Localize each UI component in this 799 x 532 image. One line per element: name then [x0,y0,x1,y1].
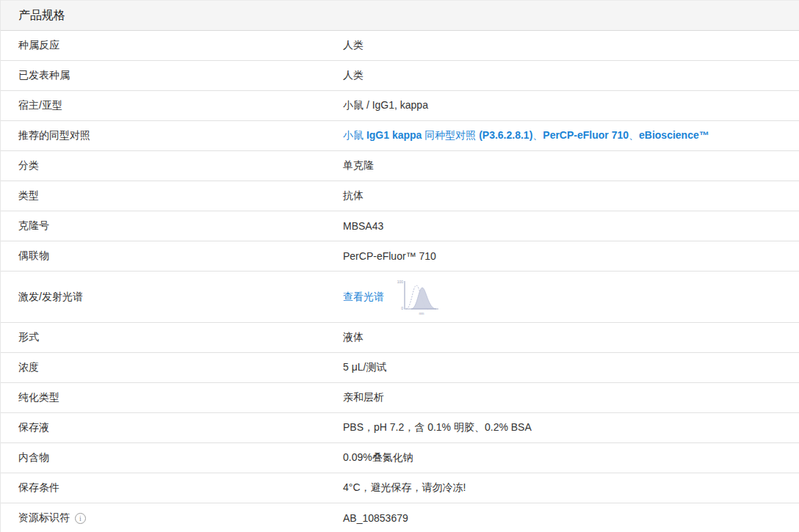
row-value-text: 人类 [343,69,364,81]
row-value-text: MBSA43 [343,220,383,232]
row-label: 保存条件 [1,481,343,495]
row-value-text: 4°C，避光保存，请勿冷冻! [343,481,466,493]
spec-row-storage-buffer: 保存液PBS，pH 7.2，含 0.1% 明胶、0.2% BSA [1,413,799,443]
row-value: 人类 [343,39,799,52]
row-value: 亲和层析 [343,391,799,404]
row-label: 已发表种属 [1,69,343,82]
row-label-text: 保存液 [18,421,49,434]
row-label-text: 资源标识符 [18,511,70,525]
spectra-cell: 查看光谱1000nm [343,277,787,317]
row-label-text: 浓度 [18,361,39,374]
spec-row-clone: 克隆号MBSA43 [1,211,799,241]
row-value-text: 单克隆 [343,159,374,171]
row-value-text: PerCP-eFluor™ 710 [343,250,436,262]
row-label: 保存液 [1,421,343,434]
row-value: 0.09%叠氮化钠 [343,451,799,464]
row-label: 激发/发射光谱 [1,291,343,304]
spec-row-rrid: 资源标识符iAB_10853679 [1,503,799,532]
spec-row-type: 类型抗体 [1,181,799,211]
row-label-text: 类型 [18,189,39,203]
row-label-text: 推荐的同型对照 [18,129,90,142]
row-label: 资源标识符i [1,511,343,525]
spectra-thumbnail-chart[interactable]: 1000nm [394,277,443,317]
section-title: 产品规格 [18,8,65,23]
row-value-text: AB_10853679 [343,512,408,524]
row-label-text: 克隆号 [18,219,49,233]
row-value-text: 亲和层析 [343,391,384,403]
spec-row-species-reactivity: 种属反应人类 [1,31,799,61]
row-label-text: 内含物 [18,451,49,464]
spec-row-published-species: 已发表种属人类 [1,61,799,91]
row-label-text: 分类 [18,159,39,172]
spec-row-purification-type: 纯化类型亲和层析 [1,383,799,413]
row-label: 种属反应 [1,39,343,52]
row-label-text: 宿主/亚型 [18,99,62,112]
link-segment: 、 [532,129,543,141]
row-value: 单克隆 [343,159,799,172]
spec-row-conjugate: 偶联物PerCP-eFluor™ 710 [1,241,799,272]
row-label-text: 保存条件 [18,481,59,495]
link-segment: (P3.6.2.8.1) [479,129,532,141]
link-segment: PerCP-eFluor 710 [543,129,629,141]
link-segment: 、 [629,129,639,141]
row-value: 5 μL/测试 [343,361,799,374]
link-segment: 小鼠 [343,129,366,141]
row-label: 分类 [1,159,343,172]
row-label: 内含物 [1,451,343,464]
row-label: 偶联物 [1,249,343,263]
y-min-label: 0 [401,306,403,310]
x-axis-label: nm [419,311,424,316]
spec-row-excitation-emission-spectra: 激发/发射光谱查看光谱1000nm [1,272,799,323]
spec-row-recommended-isotype-control: 推荐的同型对照小鼠 IgG1 kappa 同种型对照 (P3.6.2.8.1)、… [1,121,799,151]
isotype-control-link[interactable]: 小鼠 IgG1 kappa 同种型对照 (P3.6.2.8.1)、PerCP-e… [343,129,709,141]
row-value: 抗体 [343,189,799,203]
row-label: 浓度 [1,361,343,374]
link-segment: 同种型对照 [422,129,479,141]
row-value-text: 抗体 [343,189,364,201]
row-label: 宿主/亚型 [1,99,343,112]
spec-row-form: 形式液体 [1,323,799,353]
row-value: AB_10853679 [343,512,799,524]
spec-table-body: 种属反应人类已发表种属人类宿主/亚型小鼠 / IgG1, kappa推荐的同型对… [1,31,799,532]
spec-row-storage-conditions: 保存条件4°C，避光保存，请勿冷冻! [1,473,799,503]
row-value: 人类 [343,69,799,82]
row-value-text: 液体 [343,331,364,343]
row-value: 小鼠 / IgG1, kappa [343,99,799,112]
row-value: 液体 [343,331,799,344]
row-value-text: 小鼠 / IgG1, kappa [343,99,428,111]
row-label: 纯化类型 [1,391,343,404]
row-value-text: 人类 [343,39,364,51]
spec-row-classification: 分类单克隆 [1,151,799,181]
row-value-text: 5 μL/测试 [343,361,386,373]
row-label-text: 纯化类型 [18,391,59,404]
row-value-text: PBS，pH 7.2，含 0.1% 明胶、0.2% BSA [343,421,532,433]
row-label: 形式 [1,331,343,344]
info-icon[interactable]: i [75,513,86,524]
y-max-label: 100 [397,280,404,284]
spec-row-host-isotype: 宿主/亚型小鼠 / IgG1, kappa [1,91,799,121]
row-value: 小鼠 IgG1 kappa 同种型对照 (P3.6.2.8.1)、PerCP-e… [343,129,799,142]
row-label-text: 种属反应 [18,39,59,52]
row-value: PerCP-eFluor™ 710 [343,250,799,262]
row-value: PBS，pH 7.2，含 0.1% 明胶、0.2% BSA [343,421,799,434]
row-label-text: 激发/发射光谱 [18,291,83,304]
row-label: 克隆号 [1,219,343,233]
row-value-text: 0.09%叠氮化钠 [343,451,413,463]
section-header: 产品规格 [1,0,799,31]
row-label-text: 已发表种属 [18,69,70,82]
view-spectra-link[interactable]: 查看光谱 [343,291,384,304]
row-value: 查看光谱1000nm [343,277,799,317]
spec-row-contains: 内含物0.09%叠氮化钠 [1,443,799,473]
row-value: MBSA43 [343,220,799,232]
row-value: 4°C，避光保存，请勿冷冻! [343,481,799,495]
product-specifications-table: 产品规格 种属反应人类已发表种属人类宿主/亚型小鼠 / IgG1, kappa推… [0,0,799,532]
row-label-text: 形式 [18,331,39,344]
link-segment: eBioscience™ [639,129,709,141]
link-segment: IgG1 kappa [366,129,422,141]
spec-row-concentration: 浓度5 μL/测试 [1,353,799,383]
row-label: 类型 [1,189,343,203]
row-label: 推荐的同型对照 [1,129,343,142]
row-label-text: 偶联物 [18,249,49,263]
